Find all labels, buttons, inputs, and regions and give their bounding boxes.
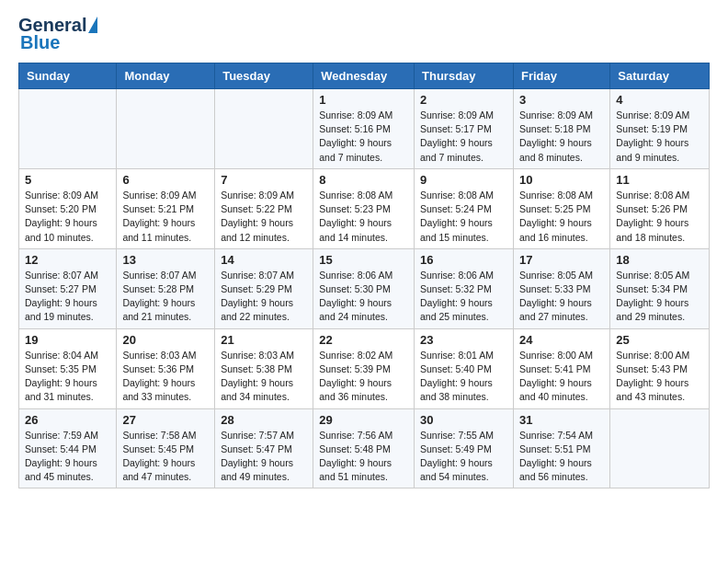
calendar-empty-cell — [19, 89, 117, 169]
day-info: Sunrise: 7:58 AM Sunset: 5:45 PM Dayligh… — [122, 429, 209, 485]
day-info: Sunrise: 8:06 AM Sunset: 5:32 PM Dayligh… — [420, 269, 507, 325]
day-info: Sunrise: 8:03 AM Sunset: 5:38 PM Dayligh… — [221, 349, 307, 405]
weekday-header-saturday: Saturday — [610, 63, 710, 89]
day-info: Sunrise: 7:59 AM Sunset: 5:44 PM Dayligh… — [25, 429, 110, 485]
weekday-header-tuesday: Tuesday — [215, 63, 313, 89]
calendar-day-11: 11Sunrise: 8:08 AM Sunset: 5:26 PM Dayli… — [610, 168, 710, 248]
calendar-week-row: 5Sunrise: 8:09 AM Sunset: 5:20 PM Daylig… — [19, 168, 710, 248]
calendar-day-26: 26Sunrise: 7:59 AM Sunset: 5:44 PM Dayli… — [19, 408, 117, 488]
day-info: Sunrise: 8:07 AM Sunset: 5:27 PM Dayligh… — [25, 269, 110, 325]
day-number: 28 — [221, 413, 307, 427]
calendar-day-9: 9Sunrise: 8:08 AM Sunset: 5:24 PM Daylig… — [415, 168, 514, 248]
calendar-empty-cell — [215, 89, 313, 169]
calendar-day-25: 25Sunrise: 8:00 AM Sunset: 5:43 PM Dayli… — [610, 328, 710, 408]
calendar-day-17: 17Sunrise: 8:05 AM Sunset: 5:33 PM Dayli… — [513, 248, 609, 328]
calendar-day-28: 28Sunrise: 7:57 AM Sunset: 5:47 PM Dayli… — [215, 408, 313, 488]
calendar-day-16: 16Sunrise: 8:06 AM Sunset: 5:32 PM Dayli… — [415, 248, 514, 328]
calendar-day-19: 19Sunrise: 8:04 AM Sunset: 5:35 PM Dayli… — [19, 328, 117, 408]
day-info: Sunrise: 8:04 AM Sunset: 5:35 PM Dayligh… — [25, 349, 110, 405]
day-info: Sunrise: 8:09 AM Sunset: 5:22 PM Dayligh… — [221, 189, 307, 245]
day-info: Sunrise: 8:06 AM Sunset: 5:30 PM Dayligh… — [319, 269, 408, 325]
day-info: Sunrise: 8:09 AM Sunset: 5:21 PM Dayligh… — [122, 189, 209, 245]
day-number: 30 — [420, 413, 507, 427]
calendar-day-27: 27Sunrise: 7:58 AM Sunset: 5:45 PM Dayli… — [117, 408, 215, 488]
day-info: Sunrise: 7:55 AM Sunset: 5:49 PM Dayligh… — [420, 429, 507, 485]
calendar-day-8: 8Sunrise: 8:08 AM Sunset: 5:23 PM Daylig… — [313, 168, 415, 248]
calendar-day-12: 12Sunrise: 8:07 AM Sunset: 5:27 PM Dayli… — [19, 248, 117, 328]
day-info: Sunrise: 8:03 AM Sunset: 5:36 PM Dayligh… — [122, 349, 209, 405]
calendar-day-31: 31Sunrise: 7:54 AM Sunset: 5:51 PM Dayli… — [513, 408, 609, 488]
day-number: 26 — [25, 413, 110, 427]
calendar-day-14: 14Sunrise: 8:07 AM Sunset: 5:29 PM Dayli… — [215, 248, 313, 328]
day-info: Sunrise: 8:08 AM Sunset: 5:23 PM Dayligh… — [319, 189, 408, 245]
weekday-header-thursday: Thursday — [415, 63, 514, 89]
day-number: 20 — [122, 333, 209, 347]
day-number: 14 — [221, 253, 307, 267]
day-info: Sunrise: 8:08 AM Sunset: 5:24 PM Dayligh… — [420, 189, 507, 245]
calendar-day-6: 6Sunrise: 8:09 AM Sunset: 5:21 PM Daylig… — [117, 168, 215, 248]
day-info: Sunrise: 8:05 AM Sunset: 5:34 PM Dayligh… — [616, 269, 703, 325]
calendar-day-30: 30Sunrise: 7:55 AM Sunset: 5:49 PM Dayli… — [415, 408, 514, 488]
calendar-day-24: 24Sunrise: 8:00 AM Sunset: 5:41 PM Dayli… — [513, 328, 609, 408]
calendar-day-3: 3Sunrise: 8:09 AM Sunset: 5:18 PM Daylig… — [513, 89, 609, 169]
calendar-day-18: 18Sunrise: 8:05 AM Sunset: 5:34 PM Dayli… — [610, 248, 710, 328]
day-info: Sunrise: 8:09 AM Sunset: 5:19 PM Dayligh… — [616, 109, 703, 165]
calendar-day-2: 2Sunrise: 8:09 AM Sunset: 5:17 PM Daylig… — [415, 89, 514, 169]
calendar-empty-cell — [117, 89, 215, 169]
calendar-day-20: 20Sunrise: 8:03 AM Sunset: 5:36 PM Dayli… — [117, 328, 215, 408]
day-info: Sunrise: 8:05 AM Sunset: 5:33 PM Dayligh… — [519, 269, 604, 325]
day-info: Sunrise: 8:00 AM Sunset: 5:43 PM Dayligh… — [616, 349, 703, 405]
weekday-header-row: SundayMondayTuesdayWednesdayThursdayFrid… — [19, 63, 710, 89]
day-number: 21 — [221, 333, 307, 347]
day-number: 1 — [319, 93, 408, 107]
logo-blue-text: Blue — [20, 32, 60, 52]
calendar-day-4: 4Sunrise: 8:09 AM Sunset: 5:19 PM Daylig… — [610, 89, 710, 169]
day-number: 18 — [616, 253, 703, 267]
day-number: 3 — [519, 93, 604, 107]
day-info: Sunrise: 8:08 AM Sunset: 5:25 PM Dayligh… — [519, 189, 604, 245]
day-info: Sunrise: 8:09 AM Sunset: 5:17 PM Dayligh… — [420, 109, 507, 165]
day-info: Sunrise: 8:09 AM Sunset: 5:20 PM Dayligh… — [25, 189, 110, 245]
day-info: Sunrise: 7:54 AM Sunset: 5:51 PM Dayligh… — [519, 429, 604, 485]
weekday-header-monday: Monday — [117, 63, 215, 89]
calendar-day-29: 29Sunrise: 7:56 AM Sunset: 5:48 PM Dayli… — [313, 408, 415, 488]
logo-blue-label: Blue — [20, 32, 60, 53]
day-number: 27 — [122, 413, 209, 427]
calendar-day-23: 23Sunrise: 8:01 AM Sunset: 5:40 PM Dayli… — [415, 328, 514, 408]
day-number: 16 — [420, 253, 507, 267]
day-number: 31 — [519, 413, 604, 427]
day-info: Sunrise: 8:01 AM Sunset: 5:40 PM Dayligh… — [420, 349, 507, 405]
day-number: 24 — [519, 333, 604, 347]
day-number: 5 — [25, 173, 110, 187]
day-number: 9 — [420, 173, 507, 187]
day-info: Sunrise: 8:08 AM Sunset: 5:26 PM Dayligh… — [616, 189, 703, 245]
day-number: 29 — [319, 413, 408, 427]
day-number: 25 — [616, 333, 703, 347]
calendar-week-row: 19Sunrise: 8:04 AM Sunset: 5:35 PM Dayli… — [19, 328, 710, 408]
day-number: 11 — [616, 173, 703, 187]
calendar-week-row: 1Sunrise: 8:09 AM Sunset: 5:16 PM Daylig… — [19, 89, 710, 169]
calendar-day-21: 21Sunrise: 8:03 AM Sunset: 5:38 PM Dayli… — [215, 328, 313, 408]
day-info: Sunrise: 8:02 AM Sunset: 5:39 PM Dayligh… — [319, 349, 408, 405]
day-number: 4 — [616, 93, 703, 107]
day-number: 7 — [221, 173, 307, 187]
logo: General Blue — [18, 15, 97, 53]
calendar-day-7: 7Sunrise: 8:09 AM Sunset: 5:22 PM Daylig… — [215, 168, 313, 248]
day-info: Sunrise: 7:57 AM Sunset: 5:47 PM Dayligh… — [221, 429, 307, 485]
calendar-day-22: 22Sunrise: 8:02 AM Sunset: 5:39 PM Dayli… — [313, 328, 415, 408]
day-number: 23 — [420, 333, 507, 347]
calendar-day-5: 5Sunrise: 8:09 AM Sunset: 5:20 PM Daylig… — [19, 168, 117, 248]
day-info: Sunrise: 8:07 AM Sunset: 5:29 PM Dayligh… — [221, 269, 307, 325]
weekday-header-friday: Friday — [513, 63, 609, 89]
logo-triangle-icon — [88, 17, 97, 33]
day-number: 15 — [319, 253, 408, 267]
header: General Blue — [18, 15, 710, 53]
day-number: 13 — [122, 253, 209, 267]
calendar: SundayMondayTuesdayWednesdayThursdayFrid… — [18, 63, 710, 488]
day-number: 22 — [319, 333, 408, 347]
day-number: 8 — [319, 173, 408, 187]
day-number: 2 — [420, 93, 507, 107]
day-info: Sunrise: 8:09 AM Sunset: 5:16 PM Dayligh… — [319, 109, 408, 165]
calendar-day-15: 15Sunrise: 8:06 AM Sunset: 5:30 PM Dayli… — [313, 248, 415, 328]
calendar-empty-cell — [610, 408, 710, 488]
